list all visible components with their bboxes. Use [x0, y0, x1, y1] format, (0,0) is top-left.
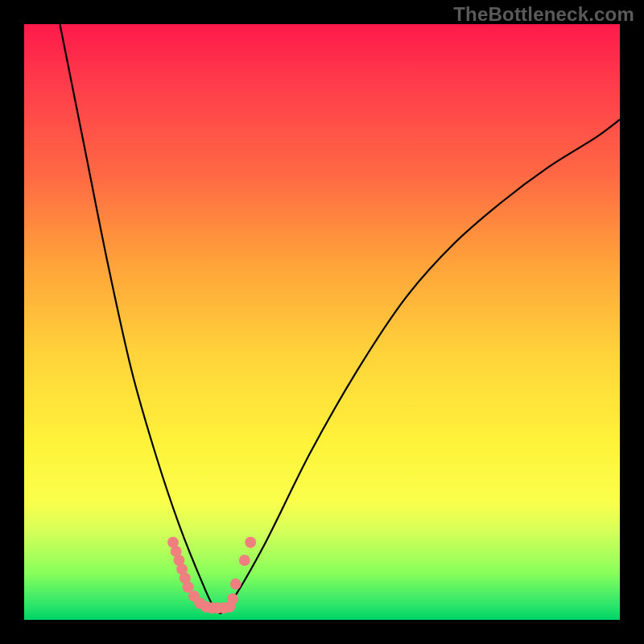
marker-dot	[230, 579, 242, 590]
marker-dot	[227, 593, 238, 605]
plot-area	[24, 24, 620, 620]
marker-dot	[245, 537, 256, 548]
watermark-text: TheBottleneck.com	[453, 3, 634, 26]
marker-dot	[239, 555, 250, 566]
curve-layer	[24, 24, 620, 620]
chart-frame: TheBottleneck.com	[0, 0, 644, 644]
bottleneck-curve	[60, 24, 620, 613]
